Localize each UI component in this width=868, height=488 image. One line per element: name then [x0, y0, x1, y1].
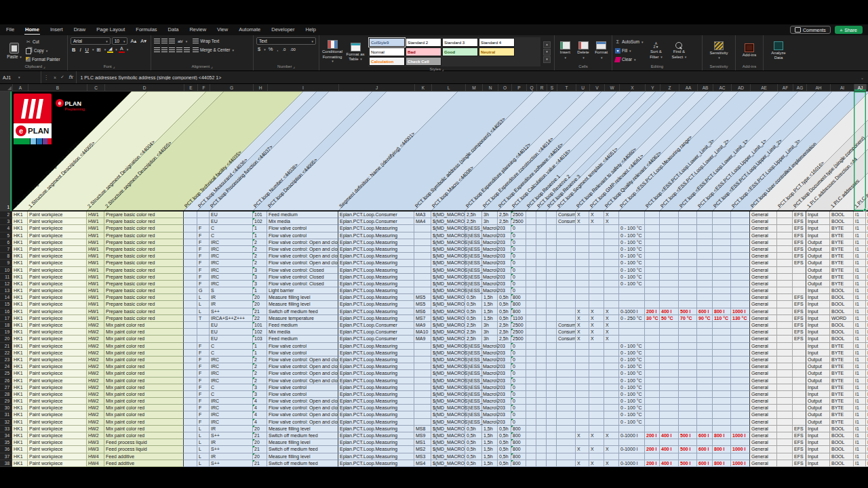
cell-AB14[interactable]	[697, 294, 713, 301]
cell-AH27[interactable]: Input	[806, 384, 830, 391]
cell-Q5[interactable]	[526, 232, 536, 239]
cell-H7[interactable]: 2	[253, 246, 267, 253]
cell-AF34[interactable]	[777, 432, 793, 439]
cell-AI14[interactable]: BOOL	[830, 294, 854, 301]
cell-V30[interactable]	[589, 405, 604, 411]
cell-A26[interactable]: HK1	[12, 378, 28, 384]
cell-Y32[interactable]	[645, 419, 660, 426]
cell-AB8[interactable]	[697, 253, 713, 260]
share-button[interactable]: ▵ Share	[835, 26, 863, 34]
cell-H21[interactable]: 1	[253, 343, 267, 350]
enter-button[interactable]: ✓	[60, 75, 64, 80]
cell-AE31[interactable]: General	[750, 411, 777, 418]
cell-AF29[interactable]	[777, 398, 793, 405]
cell-H4[interactable]: 1	[253, 225, 267, 232]
cell-AJ36[interactable]: I1	[854, 446, 866, 453]
column-letter-L[interactable]: L	[432, 84, 466, 92]
cell-Z31[interactable]	[660, 411, 679, 418]
cell-X8[interactable]: 0 - 100 °C	[619, 253, 645, 260]
cell-K12[interactable]	[414, 281, 431, 287]
cell-AG24[interactable]	[793, 363, 806, 370]
cell-U20[interactable]: X	[576, 336, 589, 342]
cell-U14[interactable]	[576, 294, 589, 301]
cell-H31[interactable]: 4	[253, 411, 267, 418]
row-number-18[interactable]: 18	[0, 322, 12, 329]
row-number-3[interactable]: 3	[0, 218, 12, 225]
cell-T7[interactable]	[557, 246, 576, 253]
cell-P31[interactable]: 0	[511, 411, 526, 418]
cell-L34[interactable]: $(MD_MACROS)\ESS_Macro\203	[431, 432, 465, 439]
cell-C25[interactable]: HW2	[87, 370, 104, 377]
cell-AI21[interactable]: BYTE	[830, 343, 854, 350]
cell-E4[interactable]	[184, 225, 197, 232]
cell-Q21[interactable]	[526, 343, 536, 350]
cell-E5[interactable]	[184, 232, 197, 239]
cell-AG29[interactable]	[793, 398, 806, 405]
cell-AC18[interactable]	[713, 322, 731, 329]
cell-I10[interactable]: Flow valve control: Closed	[267, 267, 338, 274]
cell-R27[interactable]	[536, 384, 547, 391]
cell-B28[interactable]: Paint workpiece	[28, 391, 87, 398]
row-number-22[interactable]: 22	[0, 350, 12, 357]
cell-L32[interactable]: $(MD_MACROS)\ESS_Macro\203	[431, 419, 465, 426]
cell-Z4[interactable]	[660, 225, 679, 232]
cell-AF24[interactable]	[777, 363, 793, 370]
cell-U36[interactable]: X	[576, 446, 589, 453]
cell-X26[interactable]: 0 - 100 °C	[619, 378, 645, 384]
cell-F17[interactable]: T	[197, 315, 210, 322]
row-number-11[interactable]: 11	[0, 274, 12, 281]
cell-G11[interactable]: IRC	[210, 274, 253, 281]
cell-H15[interactable]: 20	[253, 301, 267, 308]
cell-AG14[interactable]: EFS	[793, 294, 806, 301]
cell-I34[interactable]: Switch off medium feed	[267, 432, 338, 439]
cell-AE2[interactable]: General	[750, 211, 777, 218]
cell-L38[interactable]: $(MD_MACROS)\ESS_Macro\203	[431, 460, 465, 467]
column-letter-W[interactable]: W	[605, 84, 620, 92]
cell-AB24[interactable]	[697, 363, 713, 370]
cell-AC37[interactable]	[713, 453, 731, 460]
cell-AA38[interactable]: 500 l	[679, 460, 697, 467]
cell-AG37[interactable]: EFS	[793, 453, 806, 460]
cell-M2[interactable]: 2,5h	[465, 211, 482, 218]
cell-R2[interactable]	[536, 211, 547, 218]
cell-Z23[interactable]	[660, 357, 679, 363]
cell-R29[interactable]	[536, 398, 547, 405]
cell-O34[interactable]: 0,5h	[498, 432, 511, 439]
wrap-text-button[interactable]: Wrap Text	[193, 37, 219, 45]
cell-Y14[interactable]	[645, 294, 660, 301]
cell-V13[interactable]	[589, 287, 604, 294]
cell-R3[interactable]	[536, 218, 547, 225]
cell-U25[interactable]	[576, 370, 589, 377]
cell-AC22[interactable]	[713, 350, 731, 357]
cell-AJ10[interactable]: I1	[854, 267, 866, 274]
cell-AE25[interactable]: General	[750, 370, 777, 377]
cell-R34[interactable]	[536, 432, 547, 439]
cell-D29[interactable]: Mix paint color red	[104, 398, 184, 405]
cell-E9[interactable]	[184, 260, 197, 266]
percent-button[interactable]: %	[267, 46, 275, 52]
cell-F31[interactable]: F	[197, 411, 210, 418]
cell-AF20[interactable]	[777, 336, 793, 342]
cell-AJ25[interactable]: I1	[854, 370, 866, 377]
cell-E7[interactable]	[184, 246, 197, 253]
cell-K36[interactable]: MS2	[414, 446, 431, 453]
cell-AJ15[interactable]: I1	[854, 301, 866, 308]
cell-AH11[interactable]: Output	[806, 274, 830, 281]
row-number-2[interactable]: 2	[0, 211, 12, 218]
cell-AC10[interactable]	[713, 267, 731, 274]
cell-M20[interactable]: 2,5h	[465, 336, 482, 342]
cell-Y15[interactable]	[645, 301, 660, 308]
cell-O17[interactable]: 0,5h	[498, 315, 511, 322]
cell-I29[interactable]: Flow valve control: Open and close	[267, 398, 338, 405]
cell-AE37[interactable]: General	[750, 453, 777, 460]
cell-AG38[interactable]: EFS	[793, 460, 806, 467]
cell-AH4[interactable]: Input	[806, 225, 830, 232]
cell-S21[interactable]	[547, 343, 557, 350]
cell-X17[interactable]: 0 - 250 °C	[619, 315, 645, 322]
cell-AI17[interactable]: WORD	[830, 315, 854, 322]
cell-J17[interactable]: Eplan.PCT.Loop.Measuring	[338, 315, 414, 322]
cell-AE8[interactable]: General	[750, 253, 777, 260]
cell-T11[interactable]	[557, 274, 576, 281]
cell-P34[interactable]: 800	[511, 432, 526, 439]
cell-F3[interactable]	[197, 218, 210, 225]
